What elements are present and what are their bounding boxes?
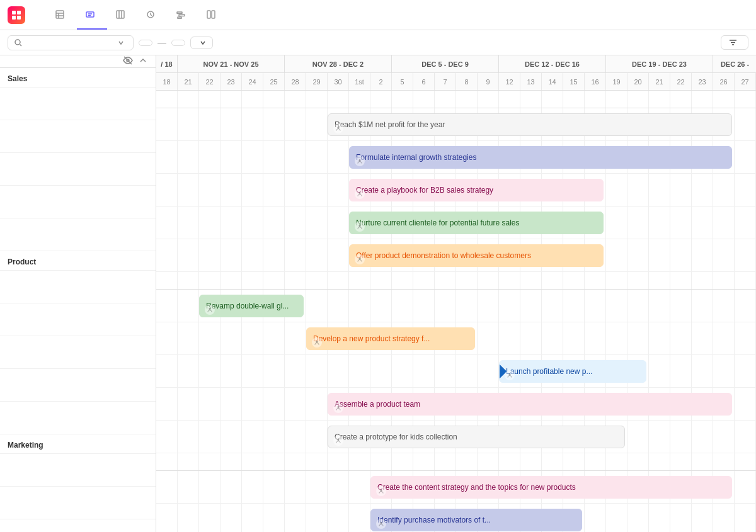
svg-rect-17 [178,17,181,19]
tab-gantt[interactable] [168,0,198,30]
day-header: 6 [413,73,435,90]
svg-point-38 [381,522,382,524]
sidebar-group-marketing: Marketing [0,434,156,532]
task-bar[interactable]: Launch profitable new p... [499,360,646,383]
gantt-row-product-1: Develop a new product strategy f... [156,322,756,355]
today-button[interactable] [139,40,152,46]
svg-rect-19 [212,11,215,18]
sidebar-row [0,153,156,186]
task-bar[interactable]: Assemble a product team [328,393,732,416]
task-bar-label: Offer product demonstration to wholesale… [356,251,531,260]
task-bar[interactable]: Create a prototype for kids collection [328,426,625,448]
day-header: 9 [478,73,499,90]
svg-point-29 [359,192,361,194]
app-icon [8,6,25,24]
sidebar-group-label-sales: Sales [0,68,156,88]
day-header: 12 [499,73,520,90]
gantt-group-header-marketing [156,453,756,471]
day-header: 22 [670,73,692,90]
week-header-5: DEC 19 - DEC 23 [606,55,713,72]
day-header: 18 [156,73,178,90]
task-bar-label: Launch profitable new p... [506,367,592,376]
svg-rect-16 [179,14,185,16]
task-bar[interactable]: Create a playbook for B2B sales strategy [349,179,604,201]
day-header: 28 [285,73,306,90]
svg-point-30 [359,225,361,227]
svg-rect-1 [17,11,21,14]
svg-point-34 [509,373,511,375]
filter-button[interactable] [721,35,748,50]
day-header: 22 [199,73,220,90]
gantt-group-product: Revamp double-wall gl...Develop a new pr… [156,272,756,453]
search-dropdown-icon[interactable] [118,40,124,46]
collapse-icon[interactable] [138,55,148,67]
sub-dot [355,189,365,199]
svg-rect-11 [117,11,124,18]
svg-line-21 [20,44,22,46]
task-bar-label: Formulate internal growth strategies [356,153,476,162]
sidebar-row [0,120,156,153]
sub-dot [205,305,215,315]
day-header: 21 [649,73,670,90]
task-bar[interactable]: Create the content strategy and the topi… [370,476,732,499]
sidebar-row [0,454,156,487]
day-header: 21 [178,73,199,90]
day-header: 14 [542,73,563,90]
sidebar-row [0,186,156,218]
day-header: 16 [585,73,606,90]
sidebar-row [0,487,156,519]
gantt-row-marketing-1: Identify purchase motivators of t... [156,504,756,532]
sub-dot [333,123,343,133]
sidebar-row [0,303,156,336]
search-box[interactable] [8,35,134,50]
svg-point-35 [338,406,340,408]
sidebar-group-sales: Sales [0,68,156,251]
sidebar-row [0,218,156,251]
day-header: 23 [692,73,713,90]
gantt-row-product-2: Launch profitable new p... [156,355,756,388]
sidebar-group-label-product: Product [0,251,156,271]
task-bar[interactable]: Identify purchase motivators of t... [370,509,582,531]
gantt-group-marketing: Create the content strategy and the topi… [156,453,756,532]
tab-current-capacity[interactable] [137,0,168,30]
tab-progress-board[interactable] [107,0,137,30]
gantt-row-marketing-0: Create the content strategy and the topi… [156,471,756,504]
tab-board[interactable] [198,0,228,30]
task-bar-label: Nurture current clientele for potential … [356,218,519,227]
week-dropdown-icon [200,40,206,46]
sub-dot [312,337,322,348]
day-header: 2 [370,73,392,90]
tab-strategy-db[interactable] [47,0,77,30]
week-header-0: / 18 [156,55,178,72]
search-icon [14,39,22,47]
search-input[interactable] [26,38,114,47]
gantt-row-sales-1: Formulate internal growth strategies [156,141,756,174]
app-header [0,0,756,30]
day-header: 26 [713,73,735,90]
list-header [0,55,156,68]
task-bar[interactable]: Offer product demonstration to wholesale… [349,244,604,267]
sidebar-row [0,271,156,303]
week-header-3: DEC 5 - DEC 9 [392,55,499,72]
sidebar-row [0,88,156,120]
task-bar[interactable]: Nurture current clientele for potential … [349,212,604,234]
week-button[interactable] [190,37,213,49]
task-bar[interactable]: Develop a new product strategy f... [306,327,475,350]
sidebar-row [0,402,156,434]
task-bar[interactable]: Revamp double-wall gl... [199,295,304,317]
gantt-row-product-3: Assemble a product team [156,388,756,421]
task-bar[interactable]: Formulate internal growth strategies [349,146,732,169]
day-header: 5 [392,73,413,90]
svg-rect-8 [86,12,94,17]
svg-point-36 [338,439,340,441]
svg-rect-3 [17,16,21,20]
svg-rect-2 [12,16,16,20]
sub-dot [355,222,365,232]
sidebar-row [0,336,156,369]
task-bar[interactable]: Reach $1M net profit for the year [328,113,732,136]
tab-strategic-roadmap[interactable] [77,0,107,30]
gantt-group-sales: Reach $1M net profit for the yearFormula… [156,91,756,272]
hide-icon[interactable] [123,55,133,67]
task-bar-label: Develop a new product strategy f... [313,334,430,343]
add-period-button[interactable] [171,40,185,46]
